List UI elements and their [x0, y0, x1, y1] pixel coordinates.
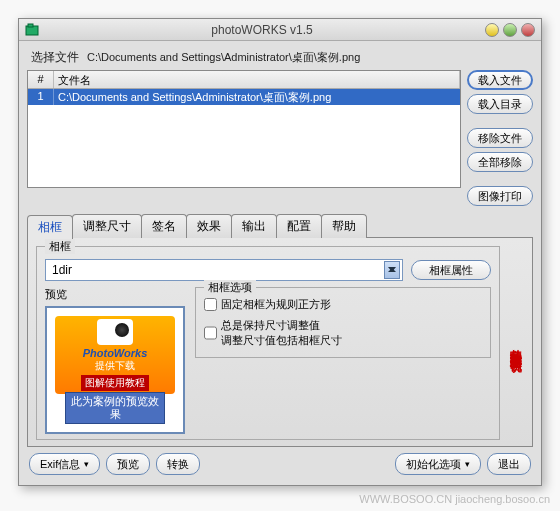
exit-button[interactable]: 退出: [487, 453, 531, 475]
titlebar: photoWORKS v1.5: [19, 19, 541, 41]
cell-num: 1: [28, 89, 54, 105]
frame-legend: 相框: [45, 239, 75, 254]
tab-sign[interactable]: 签名: [141, 214, 187, 238]
preview-callout: 此为案例的预览效果: [65, 392, 165, 424]
frame-select[interactable]: 1dir: [45, 259, 403, 281]
opt-keepsize-label-a: 总是保持尺寸调整值: [221, 318, 342, 333]
load-file-button[interactable]: 载入文件: [467, 70, 533, 90]
tab-resize[interactable]: 调整尺寸: [72, 214, 142, 238]
logo-bar: 图解使用教程: [81, 375, 149, 391]
chevron-down-icon: ▾: [465, 459, 470, 469]
maximize-button[interactable]: [503, 23, 517, 37]
chevron-down-icon: ▾: [84, 459, 89, 469]
opt-keepsize-label-b: 调整尺寸值包括相框尺寸: [221, 333, 342, 348]
tab-frame[interactable]: 相框: [27, 215, 73, 239]
svg-rect-1: [28, 24, 33, 27]
app-icon: [25, 23, 39, 37]
exif-button[interactable]: Exif信息▾: [29, 453, 100, 475]
select-file-label: 选择文件: [31, 49, 87, 66]
frame-fieldset: 相框 1dir 相框属性 预览: [36, 246, 500, 440]
load-dir-button[interactable]: 载入目录: [467, 94, 533, 114]
content-area: 选择文件 C:\Documents and Settings\Administr…: [19, 41, 541, 485]
frame-select-value: 1dir: [52, 263, 72, 277]
window-title: photoWORKS v1.5: [39, 23, 485, 37]
side-note: 其它的功能在图二里面有说明: [506, 246, 524, 440]
init-options-button[interactable]: 初始化选项▾: [395, 453, 481, 475]
file-table[interactable]: # 文件名 1 C:\Documents and Settings\Admini…: [27, 70, 461, 188]
preview-button[interactable]: 预览: [106, 453, 150, 475]
cell-name: C:\Documents and Settings\Administrator\…: [54, 89, 460, 105]
logo-name: PhotoWorks: [83, 347, 148, 359]
tab-effect[interactable]: 效果: [186, 214, 232, 238]
convert-button[interactable]: 转换: [156, 453, 200, 475]
tab-config[interactable]: 配置: [276, 214, 322, 238]
svg-marker-4: [388, 267, 396, 272]
close-button[interactable]: [521, 23, 535, 37]
frame-properties-button[interactable]: 相框属性: [411, 260, 491, 280]
preview-label: 预览: [45, 287, 185, 302]
opt-square-label: 固定相框为规则正方形: [221, 297, 331, 312]
opt-square-checkbox[interactable]: [204, 297, 217, 312]
remove-all-button[interactable]: 全部移除: [467, 152, 533, 172]
bottom-bar: Exif信息▾ 预览 转换 初始化选项▾ 退出: [27, 447, 533, 477]
print-button[interactable]: 图像打印: [467, 186, 533, 206]
tab-panel-frame: 相框 1dir 相框属性 预览: [27, 237, 533, 447]
tab-bar: 相框 调整尺寸 签名 效果 输出 配置 帮助: [27, 214, 533, 238]
tab-help[interactable]: 帮助: [321, 214, 367, 238]
dropdown-icon: [384, 261, 400, 279]
frame-options-box: 相框选项 固定相框为规则正方形 总是保持尺寸调整值 调整尺寸值包括相框尺寸: [195, 287, 491, 358]
remove-file-button[interactable]: 移除文件: [467, 128, 533, 148]
preview-image: PhotoWorks 提供下载 图解使用教程: [55, 316, 175, 394]
minimize-button[interactable]: [485, 23, 499, 37]
opt-keepsize-checkbox[interactable]: [204, 318, 217, 348]
watermark: WWW.BOSOO.CN jiaocheng.bosoo.cn: [359, 493, 550, 505]
col-header-num: #: [28, 71, 54, 88]
table-row[interactable]: 1 C:\Documents and Settings\Administrato…: [28, 89, 460, 105]
current-file-path: C:\Documents and Settings\Administrator\…: [87, 50, 531, 65]
options-legend: 相框选项: [204, 280, 256, 295]
camera-icon: [97, 319, 133, 345]
app-window: photoWORKS v1.5 选择文件 C:\Documents and Se…: [18, 18, 542, 486]
preview-thumbnail: PhotoWorks 提供下载 图解使用教程 此为案例的预览效果: [45, 306, 185, 434]
logo-sub: 提供下载: [95, 359, 135, 373]
tab-output[interactable]: 输出: [231, 214, 277, 238]
col-header-name: 文件名: [54, 71, 460, 88]
